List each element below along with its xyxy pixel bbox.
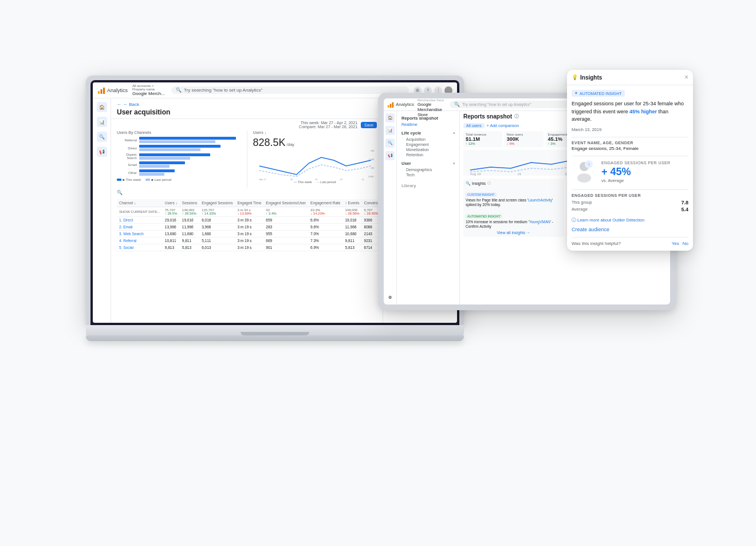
metric-sub: /day (287, 143, 294, 147)
yes-button[interactable]: Yes (672, 241, 679, 246)
bar-chart: Referral Direct (117, 137, 241, 176)
create-audience-btn[interactable]: Create audience (572, 227, 688, 232)
line-chart-svg: 2M 1.5M 1M 500K (253, 149, 377, 180)
tablet-nav-home[interactable]: 🏠 (385, 113, 395, 122)
total-eng-rate: 33.3%↓ 14.23% (308, 207, 342, 217)
reports-info-icon[interactable]: ⓘ (514, 113, 519, 120)
panel-header: 💡 Insights × (567, 70, 693, 85)
total-events: 149,000↓ 28.56% (342, 207, 361, 217)
total-label: SHOW CURRENT DATE... (117, 207, 163, 217)
row-3-time: 3 m 19 s (235, 231, 263, 238)
retention-nav[interactable]: Retention (404, 152, 457, 157)
user-label: User (401, 161, 411, 166)
svg-rect-0 (98, 91, 100, 94)
page-title: User acquisition (117, 108, 377, 116)
bar-this-week-3 (139, 153, 210, 156)
page-header: ← ← Back User acquisition (111, 98, 383, 119)
person-illustration: ↑ (572, 160, 597, 185)
tablet-nav-settings[interactable]: ⚙ (385, 293, 395, 302)
col-engaged-sessions: Engaged Sessions (199, 199, 235, 207)
row-5-channel[interactable]: 5. Social (117, 244, 163, 251)
row-5-sessions: 5,813 (180, 244, 199, 251)
table-search: 🔍 (117, 190, 377, 197)
row-5-events: 5,813 (342, 244, 361, 251)
insights-panel-title: Insights (580, 74, 602, 81)
row-1-channel[interactable]: 1. Direct (117, 217, 163, 224)
panel-divider-2 (572, 156, 688, 156)
insight-meta: EVENT NAME, AGE, GENDER Engage sessions,… (572, 141, 688, 151)
svg-text:2M: 2M (371, 149, 375, 152)
reports-title: Reports snapshot ⓘ (463, 113, 519, 120)
kpi-users: New users 300K ↓ 5% (505, 131, 544, 147)
event-meta-value: Engage sessions, 25-34, Female (572, 146, 688, 151)
row-2-channel[interactable]: 2. Email (117, 224, 163, 231)
lifecycle-label: Life cycle (401, 130, 421, 136)
average-row: Average 5.4 (572, 207, 688, 212)
bar-chart-section: Users By Channels Referral (117, 130, 247, 188)
ga-logo: Analytics (97, 86, 128, 94)
this-group-value: 7.8 (681, 200, 688, 205)
search-icon: 🔍 (176, 88, 182, 93)
acquisition-nav[interactable]: Acquisition (404, 137, 457, 142)
no-button[interactable]: No (683, 241, 688, 246)
row-3-channel[interactable]: 3. Web Search (117, 231, 163, 238)
kpi-revenue-val: $1.1M (466, 136, 500, 142)
bar-label-organic: OrganicSearch (117, 153, 137, 160)
tablet-nav-reports[interactable]: 📊 (385, 126, 395, 135)
this-group-row: This group 7.8 (572, 200, 688, 205)
stat-value: + 45% (601, 166, 670, 178)
filter-all-users[interactable]: All users (463, 123, 485, 128)
sidebar-home-icon[interactable]: 🏠 (97, 102, 107, 112)
legend: ■ This week ■ Last period (117, 178, 241, 181)
custom-insight-text: Views for Page title and screen class 'L… (466, 198, 562, 208)
monetization-nav[interactable]: Monetization (404, 147, 457, 152)
sidebar-ads-icon[interactable]: 📢 (97, 147, 107, 157)
table-total-row: SHOW CURRENT DATE... 75,707↑ 28.5% 149,0… (117, 207, 383, 217)
tablet-nav-ads[interactable]: 📢 (385, 151, 395, 160)
row-5-eng-sess: 901 (263, 244, 308, 251)
library-nav[interactable]: Library (399, 182, 457, 189)
bar-row-organic: OrganicSearch (117, 153, 241, 160)
panel-divider-1 (572, 137, 688, 137)
sessions-section-label: ENGAGED SESSIONS PER USER (572, 193, 688, 197)
col-engaged-time: Engaged Time (235, 199, 263, 207)
sidebar-chart-icon[interactable]: 📊 (97, 117, 107, 127)
lifecycle-nav[interactable]: Life cycle › (399, 129, 457, 137)
main-scene: Analytics All accounts > Property name G… (63, 58, 693, 488)
search-bar[interactable]: 🔍 Try searching "how to set up Analytics… (171, 86, 409, 94)
nav-spacer3 (399, 177, 457, 182)
bar-chart-title: Users By Channels (117, 130, 241, 134)
table-row: 1. Direct 29,016 19,016 6,016 3 m 39 s 6… (117, 217, 383, 224)
panel-close-btn[interactable]: × (684, 73, 688, 81)
bar-container-organic (139, 153, 241, 160)
helpful-text: Was this insight helpful? (572, 241, 621, 246)
bar-container-referral (139, 137, 241, 143)
outlier-link[interactable]: ⓘ Learn more about Outlier Detection (572, 217, 688, 223)
realtime-nav[interactable]: Realtime (399, 122, 457, 127)
sidebar-explore-icon[interactable]: 🔍 (97, 132, 107, 142)
row-5-time: 3 m 19 s (235, 244, 263, 251)
add-comparison-btn[interactable]: + Add comparison (487, 124, 519, 128)
reports-snapshot-nav[interactable]: Reports snapshot (399, 114, 457, 122)
laptop-sidebar: 🏠 📊 🔍 📢 (93, 98, 111, 323)
back-link[interactable]: ← ← Back (117, 102, 377, 107)
row-4-channel[interactable]: 4. Referral (117, 238, 163, 244)
date-range-bar: This week: Mar 27 - Apr 2, 2021 Compare:… (111, 119, 383, 130)
tech-nav[interactable]: Tech (404, 172, 457, 177)
sessions-section: ENGAGED SESSIONS PER USER This group 7.8… (572, 193, 688, 212)
tablet-nav-explore[interactable]: 🔍 (385, 139, 395, 148)
row-3-users: 13,680 (163, 231, 180, 238)
bar-last-period-2 (139, 148, 200, 151)
view-all-insights-btn[interactable]: View all insights → (466, 231, 562, 235)
svg-rect-13 (390, 104, 392, 108)
stat-section-label: ENGAGED SESSIONS PER USER (601, 161, 670, 165)
demographics-nav[interactable]: Demographics (404, 167, 457, 172)
back-arrow: ← (117, 102, 121, 107)
bar-container-direct (139, 145, 241, 151)
user-nav[interactable]: User › (399, 160, 457, 167)
table-row: 2. Email 13,966 11,966 3,966 3 m 19 s 28… (117, 224, 383, 231)
save-button[interactable]: Save (361, 122, 377, 128)
auto-insight-badge: AUTOMATED INSIGHT (466, 214, 502, 219)
row-2-eng-rate: 9.6% (308, 224, 342, 231)
engagement-nav[interactable]: Engagement (404, 142, 457, 147)
